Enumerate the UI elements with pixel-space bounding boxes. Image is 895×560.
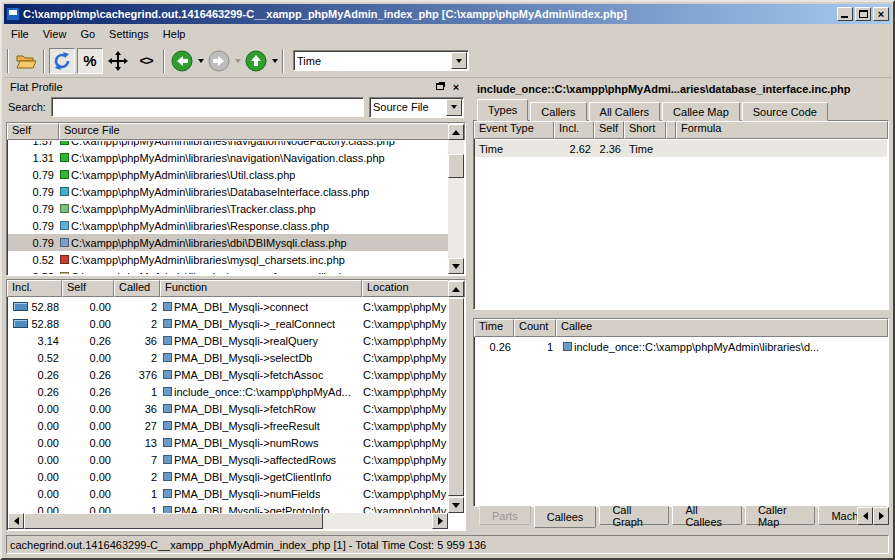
tab-source-code[interactable]: Source Code (742, 102, 828, 121)
scrollbar-thumb[interactable] (448, 298, 464, 496)
tabs-scroll-right-button[interactable] (873, 507, 889, 525)
open-file-button[interactable] (13, 48, 39, 74)
tab-caller-map[interactable]: Caller Map (745, 506, 816, 525)
tabs-scroll-left-button[interactable] (857, 507, 873, 525)
function-row[interactable]: 0.000.0036PMA_DBI_Mysqli->fetchRowC:\xam… (8, 400, 448, 417)
column-header-event-type[interactable]: Event Type (474, 121, 554, 139)
column-header-formula[interactable]: Formula (676, 121, 888, 139)
tab-types[interactable]: Types (477, 99, 528, 121)
self-value: 0.00 (63, 318, 115, 330)
menu-item-go[interactable]: Go (73, 26, 102, 42)
maximize-button[interactable] (855, 7, 871, 21)
detail-splitter[interactable] (473, 310, 889, 318)
menu-item-file[interactable]: File (4, 26, 36, 42)
menu-item-settings[interactable]: Settings (102, 26, 156, 42)
cost-bar-icon (13, 319, 28, 328)
function-name: PMA_DBI_Mysqli->numFields (174, 488, 320, 500)
combobox-dropdown-button[interactable] (446, 99, 462, 116)
tab-all-callers[interactable]: All Callers (589, 102, 661, 121)
event-type-row[interactable]: Time2.622.36Time (475, 140, 887, 157)
file-row[interactable]: 1.57C:\xampp\phpMyAdmin\libraries\naviga… (8, 141, 448, 149)
column-header-self[interactable]: Self (62, 280, 114, 297)
tab-all-callees[interactable]: All Callees (672, 506, 742, 525)
scroll-up-button[interactable] (448, 124, 464, 140)
column-header-function[interactable]: Function (160, 280, 362, 297)
scroll-left-button[interactable] (8, 513, 24, 529)
function-row[interactable]: 0.000.0027PMA_DBI_Mysqli->freeResultC:\x… (8, 417, 448, 434)
function-row[interactable]: 52.880.002PMA_DBI_Mysqli->connectC:\xamp… (8, 298, 448, 315)
close-button[interactable]: × (873, 7, 889, 21)
dock-layout-button[interactable] (105, 48, 131, 74)
scroll-down-button[interactable] (448, 258, 464, 274)
file-row[interactable]: 0.79C:\xampp\phpMyAdmin\libraries\Databa… (8, 183, 448, 200)
function-row[interactable]: 0.260.26376PMA_DBI_Mysqli->fetchAssocC:\… (8, 366, 448, 383)
column-header-incl[interactable]: Incl. (7, 280, 62, 297)
function-row[interactable]: 3.140.2636PMA_DBI_Mysqli->realQueryC:\xa… (8, 332, 448, 349)
tab-callers[interactable]: Callers (530, 102, 586, 121)
dock-close-button[interactable]: × (450, 81, 462, 93)
function-color-square (163, 489, 172, 498)
column-header-called[interactable]: Called (114, 280, 160, 297)
function-row[interactable]: 0.520.002PMA_DBI_Mysqli->selectDbC:\xamp… (8, 349, 448, 366)
forward-button[interactable] (206, 48, 232, 74)
menu-item-view[interactable]: View (36, 26, 74, 42)
column-header-callee[interactable]: Callee (556, 319, 888, 337)
function-name: PMA_DBI_Mysqli->_realConnect (174, 318, 335, 330)
file-row[interactable]: 0.79C:\xampp\phpMyAdmin\libraries\Respon… (8, 217, 448, 234)
dock-float-button[interactable] (434, 81, 446, 93)
up-dropdown-button[interactable] (270, 50, 279, 72)
tab-call-graph[interactable]: Call Graph (599, 506, 669, 525)
forward-dropdown-button[interactable] (233, 50, 242, 72)
functions-horizontal-scrollbar[interactable] (8, 513, 448, 529)
up-button[interactable] (243, 48, 269, 74)
back-button[interactable] (169, 48, 195, 74)
column-header-incl[interactable]: Incl. (554, 121, 594, 139)
file-row[interactable]: 0.79C:\xampp\phpMyAdmin\libraries\Tracke… (8, 200, 448, 217)
function-row[interactable]: 0.000.001PMA_DBI_Mysqli->getProtoInfoC:\… (8, 502, 448, 513)
function-row[interactable]: 0.260.261include_once::C:\xampp\phpMyAd.… (8, 383, 448, 400)
function-row[interactable]: 0.000.001PMA_DBI_Mysqli->numFieldsC:\xam… (8, 485, 448, 502)
menu-item-help[interactable]: Help (156, 26, 193, 42)
column-header-self[interactable]: Self (594, 121, 624, 139)
self-value: 1.57 (8, 141, 58, 147)
column-header-time[interactable]: Time (474, 319, 514, 337)
back-dropdown-button[interactable] (196, 50, 205, 72)
reload-arrows-icon (52, 51, 72, 71)
column-header-count[interactable]: Count (514, 319, 556, 337)
function-row[interactable]: 0.000.002PMA_DBI_Mysqli->getClientInfoC:… (8, 468, 448, 485)
file-row[interactable]: 1.31C:\xampp\phpMyAdmin\libraries\naviga… (8, 149, 448, 166)
files-vertical-scrollbar[interactable] (448, 124, 464, 274)
tab-callees[interactable]: Callees (534, 506, 597, 528)
minimize-button[interactable] (837, 7, 853, 21)
incl-value: 0.00 (38, 420, 59, 432)
column-header-self[interactable]: Self (7, 123, 59, 140)
file-row[interactable]: 0.79C:\xampp\phpMyAdmin\libraries\dbi\DB… (8, 234, 448, 251)
scroll-right-button[interactable] (432, 513, 448, 529)
dock-title-bar[interactable]: Flat Profile × (6, 78, 466, 96)
file-path: C:\xampp\phpMyAdmin\libraries\Util.class… (71, 169, 295, 181)
scrollbar-thumb[interactable] (24, 513, 323, 529)
relative-percent-button[interactable]: % (77, 48, 103, 74)
search-input[interactable] (51, 97, 364, 117)
column-header-location[interactable]: Location (362, 280, 449, 297)
group-by-combobox[interactable]: Source File (369, 97, 464, 118)
scroll-down-button[interactable] (448, 497, 464, 513)
combobox-dropdown-button[interactable] (451, 52, 467, 69)
scrollbar-thumb[interactable] (448, 154, 464, 178)
function-row[interactable]: 0.000.007PMA_DBI_Mysqli->affectedRowsC:\… (8, 451, 448, 468)
function-row[interactable]: 0.000.0013PMA_DBI_Mysqli->numRowsC:\xamp… (8, 434, 448, 451)
self-value: 0.00 (63, 505, 115, 514)
file-row[interactable]: 0.52C:\xampp\phpMyAdmin\libraries\user_p… (8, 268, 448, 274)
event-type-combobox[interactable]: Time (293, 50, 469, 71)
tab-callee-map[interactable]: Callee Map (662, 102, 740, 121)
scroll-up-button[interactable] (448, 281, 464, 297)
file-row[interactable]: 0.52C:\xampp\phpMyAdmin\libraries\mysql_… (8, 251, 448, 268)
function-row[interactable]: 52.880.002PMA_DBI_Mysqli->_realConnectC:… (8, 315, 448, 332)
cycle-detection-button[interactable] (49, 48, 75, 74)
file-row[interactable]: 0.79C:\xampp\phpMyAdmin\libraries\Util.c… (8, 166, 448, 183)
expand-collapse-button[interactable]: <> (133, 48, 159, 74)
functions-vertical-scrollbar[interactable] (448, 281, 464, 513)
column-header-short[interactable]: Short (624, 121, 666, 139)
callee-row[interactable]: 0.261include_once::C:\xampp\phpMyAdmin\l… (475, 338, 887, 355)
column-header-source-file[interactable]: Source File (59, 123, 449, 140)
